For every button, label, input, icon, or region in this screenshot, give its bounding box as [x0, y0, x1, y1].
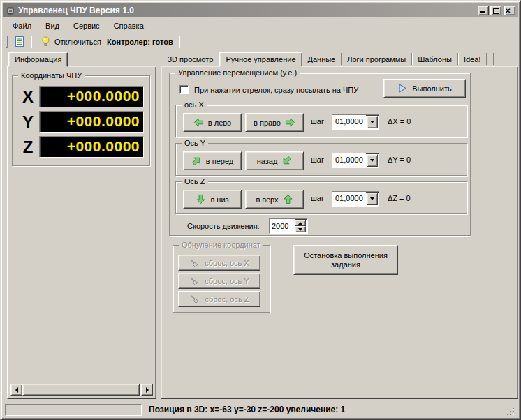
move-down-button[interactable]: в низ [183, 190, 242, 209]
move-right-label: в право [254, 119, 281, 127]
execute-label: Выполнить [412, 84, 451, 93]
step-label-y: шаг [311, 156, 324, 164]
horizontal-scrollbar[interactable] [10, 384, 153, 396]
resize-grip-icon[interactable] [506, 407, 515, 417]
arrow-down-icon [196, 194, 206, 204]
step-x-dropdown-button[interactable] [367, 116, 378, 128]
coord-x-display: +000.0000 [39, 86, 144, 107]
move-back-label: назад [257, 157, 278, 165]
step-x-value[interactable]: 01,0000 [332, 115, 366, 129]
tab-idea[interactable]: Idea! [458, 53, 487, 65]
close-button[interactable]: ✕ [504, 6, 515, 15]
report-button[interactable] [10, 34, 28, 50]
maximize-button[interactable] [490, 6, 501, 15]
axis-z-letter: Z [17, 136, 39, 158]
tab-data[interactable]: Данные [302, 53, 342, 65]
tab-3d-view[interactable]: 3D просмотр [162, 53, 219, 65]
broom-icon [189, 276, 199, 286]
tab-templates-label: Шаблоны [418, 55, 452, 63]
movement-group-title: Управление перемещением (у.е.) [175, 68, 300, 77]
send-on-arrow-checkbox[interactable] [179, 85, 189, 94]
menu-view[interactable]: Вид [38, 20, 66, 31]
scroll-left-icon [15, 387, 18, 393]
step-x-combobox[interactable]: 01,0000 [332, 114, 379, 130]
bulb-icon [41, 36, 51, 47]
speed-down-button[interactable] [295, 226, 306, 232]
move-forward-button[interactable]: в перед [183, 151, 242, 170]
scrollbar-thumb[interactable] [22, 384, 140, 396]
step-z-dropdown-button[interactable] [367, 193, 378, 205]
axis-y-groupbox: Ось Y в перед назад шаг [175, 143, 467, 176]
move-down-label: в низ [210, 195, 228, 204]
reset-z-label: сброс, ось Z [205, 295, 249, 303]
spinner-up-icon [298, 222, 302, 225]
axis-x-groupbox: ось X в лево в право шаг [175, 105, 467, 137]
tab-3d-view-label: 3D просмотр [168, 55, 213, 63]
menu-service[interactable]: Сервис [66, 20, 107, 31]
disconnect-button[interactable]: Отключиться [38, 34, 104, 50]
axis-x-letter: X [17, 86, 39, 107]
arrow-up-icon [283, 194, 293, 204]
coords-groupbox: Координаты ЧПУ X +000.0000 Y +000.0000 Z… [12, 75, 150, 166]
step-z-combobox[interactable]: 01,0000 [332, 191, 379, 207]
step-z-value[interactable]: 01,0000 [332, 192, 366, 206]
status-bar: Позиция в 3D: x=-63 y=-30 z=-200 увеличе… [4, 403, 517, 418]
send-on-arrow-label: При нажатии стрелок, сразу посылать на Ч… [194, 86, 358, 94]
step-y-combobox[interactable]: 01,0000 [332, 153, 379, 168]
scroll-right-button[interactable] [141, 384, 153, 396]
disconnect-label: Отключиться [54, 38, 101, 46]
chevron-down-icon [370, 121, 374, 123]
spinner-down-icon [298, 228, 302, 231]
arrow-right-icon [285, 117, 295, 128]
execute-button[interactable]: Выполнить [383, 79, 466, 98]
menu-help[interactable]: Справка [107, 20, 151, 31]
axis-z-groupbox: Ось Z в низ в верх шаг [175, 181, 467, 214]
step-y-dropdown-button[interactable] [367, 154, 378, 167]
axis-y-title: Ось Y [182, 138, 208, 148]
move-right-button[interactable]: в право [245, 113, 304, 132]
speed-label: Скорость движения: [187, 222, 260, 230]
arrow-down-left-icon [281, 156, 292, 166]
minimize-button[interactable] [478, 6, 489, 15]
step-label-z: шаг [311, 194, 324, 202]
coords-group-title: Координаты ЧПУ [18, 70, 85, 80]
tab-manual-control-label: Ручное управление [226, 55, 295, 63]
menu-file[interactable]: Файл [6, 20, 38, 31]
minimize-icon [480, 11, 485, 13]
move-back-button[interactable]: назад [245, 151, 304, 170]
step-y-value[interactable]: 01,0000 [332, 153, 366, 167]
info-tab-control: Информация Координаты ЧПУ X +000.0000 Y … [7, 52, 156, 399]
tab-information-label: Информация [15, 55, 61, 63]
move-left-button[interactable]: в лево [183, 113, 242, 132]
tab-idea-label: Idea! [464, 55, 480, 63]
manual-control-page: Управление перемещением (у.е.) При нажат… [161, 66, 518, 399]
coord-row-z: Z +000.0000 [17, 136, 144, 158]
move-up-button[interactable]: в верх [245, 190, 304, 209]
tab-data-label: Данные [308, 55, 336, 63]
speed-input[interactable] [270, 219, 295, 233]
axis-z-title: Ось Z [182, 177, 208, 186]
tab-manual-control[interactable]: Ручное управление [219, 52, 302, 67]
information-page: Координаты ЧПУ X +000.0000 Y +000.0000 Z… [7, 66, 156, 399]
speed-stepper[interactable] [269, 218, 308, 234]
tab-templates[interactable]: Шаблоны [412, 53, 458, 65]
stop-execution-button[interactable]: Остановка выполнения задания [293, 245, 398, 275]
tab-information[interactable]: Информация [8, 52, 68, 67]
menu-bar: Файл Вид Сервис Справка [6, 19, 515, 32]
window-title: Управленец ЧПУ Версия 1.0 [18, 6, 476, 15]
delta-x-label: ΔX = 0 [388, 117, 411, 126]
move-up-label: в верх [256, 195, 278, 204]
toolbar: Отключиться Контролер: готов [3, 33, 518, 50]
delta-y-label: ΔY = 0 [388, 156, 411, 164]
title-bar[interactable]: Управленец ЧПУ Версия 1.0 ✕ [3, 3, 518, 17]
controller-status: Контролер: готов [107, 38, 173, 46]
document-table-icon [13, 36, 25, 48]
scroll-left-button[interactable] [10, 384, 22, 396]
toolbar-grip[interactable] [6, 36, 8, 48]
main-tab-control: 3D просмотр Ручное управление Данные Лог… [161, 52, 518, 399]
speed-up-button[interactable] [295, 220, 306, 226]
tab-program-logs[interactable]: Логи программы [342, 53, 412, 65]
toolbar-separator [31, 36, 32, 48]
arrow-up-right-icon [191, 156, 202, 166]
coord-y-display: +000.0000 [39, 111, 144, 133]
